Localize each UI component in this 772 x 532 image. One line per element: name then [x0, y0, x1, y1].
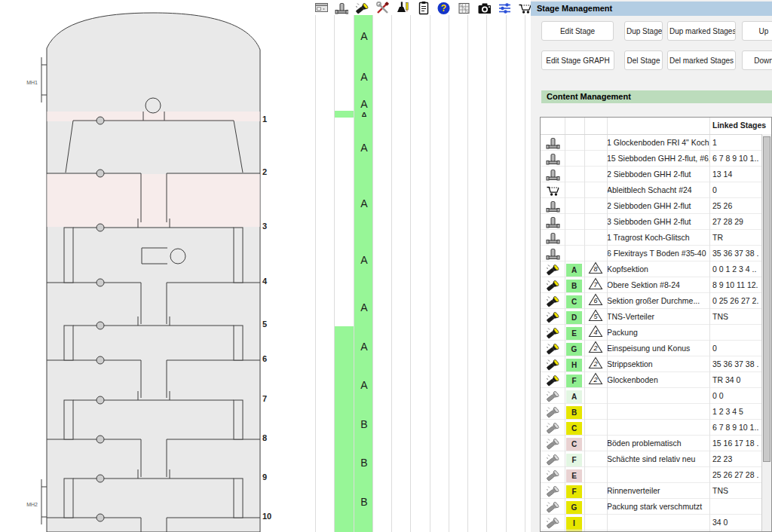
flashlight-gray-icon [546, 452, 560, 466]
section-letter-cell: G [566, 343, 582, 356]
section-letter-cell [566, 182, 582, 195]
table-row[interactable]: 3 Siebboden GHH 2-flut 27 28 29 [541, 214, 771, 230]
lane[interactable] [315, 15, 335, 532]
tray-icon[interactable] [335, 2, 348, 15]
table-row[interactable]: H 2 Strippsektion 35 36 37 38 . [541, 356, 771, 372]
table-row[interactable]: E 4 Packung [541, 325, 771, 341]
tray-icon [546, 215, 560, 229]
net-icon[interactable] [457, 2, 470, 15]
table-row[interactable]: 15 Siebboden GHH 2-flut, #6,... 6 7 8 9 … [541, 151, 771, 167]
table-row[interactable]: 1 Tragrost Koch-Glitsch TR [541, 230, 771, 246]
right-panel: Stage Management Edit Stage Dup Stage Du… [531, 0, 772, 532]
flashlight-icon [546, 326, 560, 340]
content-name: Ableitblech Schacht #24 [607, 185, 709, 194]
manhole-brackets [41, 57, 47, 524]
dup-stage-button[interactable]: Dup Stage [624, 21, 663, 41]
flashlight-gray-icon [546, 484, 560, 498]
manhole1-label: MH1 [26, 80, 38, 85]
stage-count-triangle: 2 [588, 356, 603, 369]
table-row[interactable]: 2 Siebboden GHH 2-flut 25 26 [541, 198, 771, 214]
help-icon[interactable]: ? [437, 2, 450, 15]
flashlight-gray-icon [546, 436, 560, 451]
flashlight-gray-icon [546, 500, 560, 514]
edit-stage-graph-button[interactable]: Edit Stage GRAPH [541, 50, 614, 70]
del-marked-stages-button[interactable]: Del marked Stages [667, 50, 736, 70]
section-letter-cell: F [566, 454, 582, 466]
section-letter-cell: E [566, 327, 582, 340]
lane[interactable] [487, 15, 506, 532]
flashlight-icon [546, 278, 560, 292]
content-name: Böden problematisch [607, 439, 709, 448]
lane[interactable] [430, 15, 449, 532]
lane-sections[interactable] [354, 15, 373, 532]
table-row[interactable]: G 2 Einspeisung und Konus 0 [541, 341, 771, 356]
up-button[interactable]: Up [742, 21, 772, 41]
cart-icon[interactable] [518, 2, 532, 15]
stage-graph-lanes[interactable]: A A A Δ A A A A A A B B [315, 15, 525, 532]
table-row[interactable]: Ableitblech Schacht #24 0 [541, 182, 771, 198]
sliders-icon[interactable] [498, 2, 511, 15]
column-divider [584, 118, 585, 531]
table-header: Linked Stages [541, 118, 771, 135]
lane-marked[interactable] [335, 15, 354, 532]
table-row[interactable]: 1 Glockenboden FRI 4" Koch ... 1 [541, 135, 771, 151]
content-name: Packung [607, 328, 709, 337]
flashlight-icon[interactable] [355, 2, 369, 15]
table-row[interactable]: E 25 26 27 28 . [541, 467, 771, 483]
table-row[interactable]: B 1 2 3 4 5 [541, 404, 771, 420]
table-row[interactable]: C 6 Sektion großer Durchme... 0 25 26 27… [541, 293, 771, 309]
content-name: 3 Siebboden GHH 2-flut [607, 217, 709, 226]
lane[interactable] [411, 15, 430, 532]
table-row[interactable]: F Schächte sind relativ neu 22 23 [541, 451, 771, 467]
table-row[interactable]: D 5 TNS-Verteiler TNS [541, 309, 771, 325]
tray-icon [546, 136, 560, 150]
form-icon[interactable] [314, 2, 328, 15]
edit-stage-button[interactable]: Edit Stage [541, 21, 614, 41]
table-row[interactable]: I 34 0 [541, 515, 771, 530]
table-row[interactable]: 6 Flexitrays T Boden #35-40 35 36 37 38 … [541, 246, 771, 261]
tools-icon[interactable] [375, 2, 389, 15]
table-row[interactable]: 2 Siebboden GHH 2-flut 13 14 [541, 167, 771, 182]
section-letter-cell: E [566, 469, 582, 482]
lane[interactable] [392, 15, 411, 532]
plunger-icon[interactable] [396, 2, 409, 15]
flashlight-gray-icon [546, 515, 560, 530]
camera-icon[interactable] [477, 2, 491, 15]
table-row[interactable]: A 0 0 [541, 388, 771, 404]
stage-count-triangle: 4 [588, 325, 603, 338]
app-window: MH1 MH2 1 2 3 4 5 6 7 8 9 10 ? [0, 0, 772, 532]
flashlight-icon [546, 341, 560, 356]
table-rows: 1 Glockenboden FRI 4" Koch ... 1 [541, 135, 771, 532]
table-row[interactable]: F 2 Glockenboden TR 34 0 [541, 372, 771, 388]
section-letter-cell [566, 246, 582, 258]
table-row[interactable]: B 7 Obere Sektion #8-24 8 9 10 11 12. [541, 277, 771, 293]
table-scrollbar[interactable] [761, 134, 771, 531]
tray-icon [546, 151, 560, 166]
lane[interactable] [507, 15, 525, 532]
down-button[interactable]: Down [742, 50, 772, 70]
del-stage-button[interactable]: Del Stage [624, 50, 663, 70]
svg-text:4: 4 [593, 329, 597, 336]
svg-text:2: 2 [593, 344, 597, 352]
lane[interactable] [373, 15, 392, 532]
table-row[interactable]: C 6 7 8 9 10 1.. [541, 420, 771, 436]
section-letter-cell [566, 167, 582, 179]
clipboard-icon[interactable] [416, 2, 430, 15]
column-divider [565, 118, 565, 531]
lane[interactable] [468, 15, 487, 532]
table-row[interactable]: F Rinnenverteiler TNS [541, 483, 771, 499]
table-row[interactable]: A 8 Kopfsektion 0 0 1 2 3 4 .. [541, 261, 771, 277]
table-row[interactable]: C Böden problematisch 15 16 17 18 . [541, 436, 771, 451]
section-letter-cell: H [566, 359, 582, 371]
svg-text:2: 2 [593, 360, 597, 368]
lane[interactable] [449, 15, 468, 532]
table-row[interactable]: G Packung stark verschmutzt [541, 499, 771, 515]
scrollbar-thumb[interactable] [763, 136, 770, 462]
section-letter-cell: A [566, 264, 582, 277]
section-letter-cell [566, 135, 582, 148]
dup-marked-stages-button[interactable]: Dup marked Stages [667, 21, 736, 41]
flashlight-gray-icon [546, 420, 560, 435]
flashlight-icon [546, 357, 560, 371]
section-letter-cell [566, 198, 582, 211]
flashlight-icon [546, 262, 560, 277]
